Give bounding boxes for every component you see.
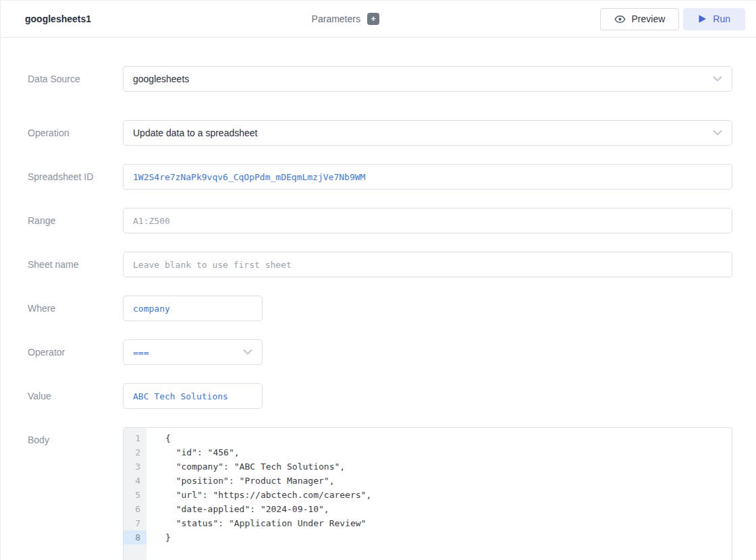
- operator-select[interactable]: ===: [123, 339, 263, 365]
- query-editor-panel: googlesheets1 Parameters + Preview: [0, 0, 756, 560]
- body-label: Body: [28, 427, 123, 560]
- value-input[interactable]: [124, 384, 262, 408]
- field-row-spreadsheet-id: Spreadsheet ID: [28, 164, 732, 190]
- code-line: {: [165, 431, 732, 445]
- editor-code-area[interactable]: { "id": "456", "company": "ABC Tech Solu…: [146, 428, 732, 560]
- spreadsheet-id-input-wrap: [123, 164, 732, 190]
- chevron-down-icon: [713, 130, 722, 136]
- sheet-name-label: Sheet name: [28, 252, 123, 277]
- line-number: 3: [124, 459, 146, 474]
- query-name: googlesheets1: [25, 13, 91, 24]
- preview-button[interactable]: Preview: [600, 8, 680, 30]
- operation-value: Update data to a spreadsheet: [133, 128, 257, 138]
- parameters-section: Parameters +: [91, 13, 599, 25]
- query-header: googlesheets1 Parameters + Preview: [1, 1, 756, 38]
- line-number: 5: [124, 488, 146, 502]
- data-source-label: Data Source: [28, 66, 123, 92]
- field-row-body: Body 12345678 { "id": "456", "company": …: [28, 427, 732, 560]
- eye-icon: [614, 15, 626, 24]
- chevron-down-icon: [713, 76, 722, 82]
- sheet-name-input[interactable]: [124, 252, 732, 277]
- chevron-down-icon: [243, 349, 252, 356]
- operator-value: ===: [133, 347, 148, 358]
- spreadsheet-id-label: Spreadsheet ID: [28, 164, 123, 190]
- line-number: 8: [124, 530, 146, 544]
- operation-label: Operation: [28, 120, 123, 146]
- query-parameters-form: Data Source googlesheets Operation Updat…: [1, 38, 756, 560]
- play-icon: [698, 14, 707, 24]
- where-input[interactable]: [124, 296, 262, 320]
- preview-button-label: Preview: [632, 13, 666, 24]
- data-source-select[interactable]: googlesheets: [123, 66, 732, 92]
- code-line: }: [165, 530, 732, 544]
- field-row-value: Value: [28, 383, 732, 409]
- parameters-label: Parameters: [312, 13, 360, 24]
- code-line: "position": "Product Manager",: [165, 474, 732, 488]
- code-line: "status": "Application Under Review": [165, 516, 732, 530]
- line-number: 6: [124, 502, 146, 516]
- range-input[interactable]: [124, 208, 732, 233]
- line-number: 7: [124, 516, 146, 530]
- code-line: "date-applied": "2024-09-10",: [165, 502, 732, 516]
- value-input-wrap: [123, 383, 263, 409]
- code-line: "id": "456",: [165, 445, 732, 459]
- where-label: Where: [28, 296, 123, 321]
- header-actions: Preview Run: [600, 8, 745, 30]
- editor-gutter: 12345678: [124, 428, 146, 560]
- operation-select[interactable]: Update data to a spreadsheet: [123, 120, 732, 146]
- spreadsheet-id-input[interactable]: [124, 165, 732, 189]
- field-row-where: Where: [28, 296, 732, 321]
- code-line: "url": "https://abctech.com/careers",: [165, 488, 732, 502]
- range-input-wrap: [123, 208, 732, 233]
- line-number: 4: [124, 474, 146, 488]
- field-row-range: Range: [28, 208, 732, 233]
- body-code-editor[interactable]: 12345678 { "id": "456", "company": "ABC …: [123, 427, 732, 560]
- field-row-operator: Operator ===: [28, 339, 732, 365]
- range-label: Range: [28, 208, 123, 233]
- field-row-data-source: Data Source googlesheets: [28, 66, 732, 92]
- operator-label: Operator: [28, 339, 123, 365]
- run-button[interactable]: Run: [683, 8, 745, 30]
- field-row-operation: Operation Update data to a spreadsheet: [28, 120, 732, 146]
- line-number: 1: [124, 431, 146, 445]
- sheet-name-input-wrap: [123, 252, 732, 277]
- plus-icon: +: [371, 13, 376, 24]
- value-label: Value: [28, 383, 123, 409]
- data-source-value: googlesheets: [133, 74, 189, 84]
- line-number: 2: [124, 445, 146, 459]
- field-row-sheet-name: Sheet name: [28, 252, 732, 277]
- code-line: "company": "ABC Tech Solutions",: [165, 459, 732, 474]
- run-button-label: Run: [713, 13, 730, 24]
- where-input-wrap: [123, 296, 263, 321]
- add-parameter-button[interactable]: +: [367, 13, 379, 25]
